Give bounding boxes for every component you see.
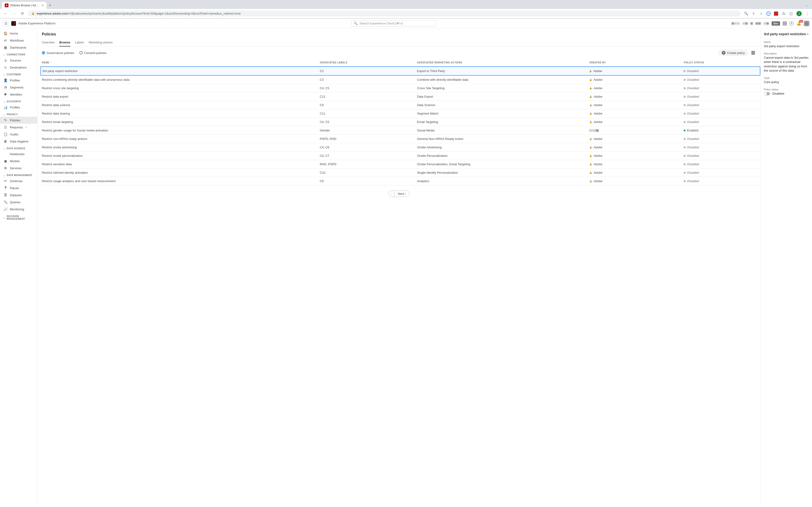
url-actions: 🔍 ⇧ ☆ i ⁂ ◫ J ⋮ [744,11,809,16]
sidebar-item-workflows[interactable]: ⇄Workflows [0,37,37,44]
context-blurred[interactable] [751,22,753,25]
col-status[interactable]: POLICY STATUS [684,61,756,64]
radio-consent-policies[interactable]: Consent policies [80,51,106,55]
close-panel-icon[interactable]: × [807,32,809,36]
bookmark-icon[interactable]: ☆ [759,11,763,16]
row-actions: Analytics [417,179,589,183]
sidebar-item-profiles[interactable]: 👤Profiles [0,77,37,84]
col-actions[interactable]: ASSOCIATED MARKETING ACTIONS [417,61,589,64]
pager-prev[interactable]: ‹ [389,191,395,197]
row-name: Restrict data science [42,103,320,107]
forward-button[interactable]: → [11,11,16,16]
sidebar-item-policies[interactable]: ✎Policies [0,117,37,124]
browser-tab[interactable]: A Policies Browse | Adobe Experi × [2,2,47,9]
panel-icon[interactable]: ◫ [789,11,793,16]
hamburger-menu[interactable]: ☰ [3,20,9,26]
create-policy-button[interactable]: + Create policy [718,50,748,56]
pager-next[interactable]: Next › [395,191,409,197]
new-tab-button[interactable]: + [47,2,54,9]
app-title: Adobe Experience Platform [18,21,55,25]
table-row[interactable]: Restrict onsite advertising C4, C6 Onsit… [40,143,760,152]
sandbox-blurred[interactable] [743,22,748,25]
column-settings-icon[interactable] [751,50,756,56]
sidebar-item-models[interactable]: ▣Models [0,158,37,165]
profile-avatar-blurred[interactable] [804,21,809,26]
sidebar-group-accounts[interactable]: ⌄ACCOUNTS [0,98,37,104]
col-name[interactable]: NAME↑ [42,61,320,64]
reload-button[interactable]: ⟳ [20,11,25,16]
kebab-menu-icon[interactable]: ⋮ [805,11,809,16]
table-row[interactable]: Restrict data export C12 Data Export 🔒Ad… [40,93,760,101]
sidebar-item-home[interactable]: 🏠Home [0,30,37,37]
context2-blurred[interactable] [756,22,761,25]
sidebar-group-privacy[interactable]: ⌄PRIVACY [0,111,37,117]
sidebar-item-notebooks[interactable]: Notebooks [0,151,37,158]
global-search-input[interactable]: 🔍 Search Experience Cloud (⌘+/) [351,20,436,26]
col-creator[interactable]: CREATED BY [589,61,684,64]
sidebar-group-data-science[interactable]: ⌄DATA SCIENCE [0,145,37,151]
extensions-icon[interactable]: ⁂ [781,11,786,16]
sidebar-item-data-hygiene[interactable]: 🗑Data Hygiene [0,138,37,145]
sidebar-item-services[interactable]: ⚙Services [0,165,37,172]
sidebar-item-sources[interactable]: ➲Sources [0,57,37,64]
close-tab-icon[interactable]: × [42,3,44,7]
notifications-icon[interactable]: 🔔9+ [797,21,801,25]
table-row[interactable]: Restrict data science C9 Data Science 🔒A… [40,101,760,109]
sidebar-item-identities[interactable]: ✱Identities [0,91,37,98]
radio-governance-policies[interactable]: Governance policies [42,51,74,55]
sidebar-group-customer[interactable]: ⌄CUSTOMER [0,71,37,77]
tablist-chevron-icon[interactable]: ⌄ [805,4,808,7]
extension-1password-icon[interactable]: i [766,11,771,16]
sidebar-item-dashboards[interactable]: ▦Dashboards [0,44,37,51]
pager-next-label: Next [398,192,404,195]
table-row[interactable]: Restrict gender usage for Social media a… [40,126,760,135]
tab-labels[interactable]: Labels [75,39,84,47]
audits-icon: 📋 [3,132,7,136]
sidebar-item-schemas[interactable]: ⚯Schemas [0,177,37,184]
sidebar-item-datasets[interactable]: 🗄Datasets [0,191,37,199]
sidebar-item-places[interactable]: 📍Places [0,184,37,191]
table-row[interactable]: 3rd party export restriction C2 Export t… [40,66,760,75]
table-row[interactable]: Restrict email targeting C4, C5 Email Ta… [40,118,760,126]
row-name: Restrict sensitive data [42,162,320,166]
lock-icon: 🔒 [589,70,592,72]
back-button[interactable]: ← [3,11,8,16]
table-row[interactable]: Restrict data sharing C11 Segment Match … [40,109,760,118]
search-icon[interactable]: 🔍 [744,11,748,16]
sidebar-item-queries[interactable]: 🔍Queries [0,199,37,206]
table-row[interactable]: Restrict combining directly identifiable… [40,75,760,84]
tab-marketing-actions[interactable]: Marketing actions [89,39,112,47]
tab-overview[interactable]: Overview [42,39,54,47]
sidebar-item-destinations[interactable]: ⎋Destinations [0,64,37,71]
sidebar-group-connections[interactable]: ⌄CONNECTIONS [0,51,37,57]
sidebar-item-label: Workflows [10,39,24,42]
org-switcher-blurred[interactable] [732,22,740,25]
sidebar-item-label: Data Hygiene [10,139,29,143]
sidebar-group-decision-management[interactable]: ⌄DECISION MANAGEMENT [0,213,37,221]
table-row[interactable]: Restrict usage analytics and user based … [40,177,760,185]
table-row[interactable]: Restrict onsite personalization C4, C7 O… [40,152,760,160]
sidebar-item-label: Datasets [10,193,22,197]
help-icon[interactable]: ? [790,21,794,25]
sidebar-item-audits[interactable]: 📋Audits [0,131,37,138]
row-status: Disabled [684,95,756,98]
sidebar-item-profiles[interactable]: 📊Profiles [0,104,37,111]
sidebar-group-data-management[interactable]: ⌄DATA MANAGEMENT [0,172,37,177]
sidebar-item-requests[interactable]: ☲Requests↗ [0,124,37,131]
tab-bar: A Policies Browse | Adobe Experi × + ⌄ [0,0,812,9]
col-labels[interactable]: ASSOCIATED LABELS [320,61,417,64]
table-row[interactable]: Restrict sensitive data RHD, PSPD Onsite… [40,160,760,169]
chrome-profile-avatar[interactable]: J [797,11,802,16]
table-row[interactable]: Restrict non-HIPAA-ready actions PSPD, R… [40,135,760,143]
context3-blurred[interactable] [764,22,769,25]
app-switcher-icon[interactable] [783,21,786,25]
tab-browse[interactable]: Browse [59,39,70,47]
policy-status-toggle[interactable] [764,92,770,95]
sidebar-item-monitoring[interactable]: 📈Monitoring [0,206,37,213]
address-bar[interactable]: 🔒 experience.adobe.com/#/@salesvelocity/… [28,10,741,16]
table-row[interactable]: Restrict stitched identity activation C1… [40,169,760,177]
share-icon[interactable]: ⇧ [751,11,756,16]
sidebar-item-segments[interactable]: ◔Segments [0,84,37,91]
table-row[interactable]: Restrict cross site targeting C4, C5 Cro… [40,84,760,93]
extension-adobe-icon[interactable] [774,11,778,16]
